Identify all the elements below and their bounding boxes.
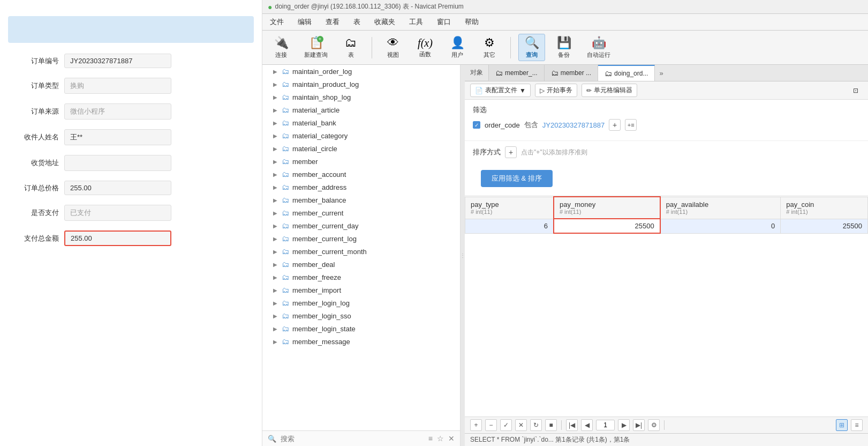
value-order-type[interactable]: 换购 [64, 78, 171, 94]
sort-add-button[interactable]: + [505, 146, 517, 158]
maximize-button[interactable]: ⊡ [849, 85, 863, 96]
menu-file[interactable]: 文件 [268, 16, 286, 28]
form-row-address: 收货地址 [0, 155, 262, 171]
tree-item[interactable]: ▶ 🗂 member_current_month [262, 245, 460, 258]
tree-item[interactable]: ▶ 🗂 member_account [262, 168, 460, 181]
function-button[interactable]: f(x) 函数 [412, 35, 439, 60]
tree-item[interactable]: ▶ 🗂 member_login_state [262, 322, 460, 335]
menu-help[interactable]: 帮助 [463, 16, 481, 28]
tree-item[interactable]: ▶ 🗂 member_current_log [262, 232, 460, 245]
stop-button[interactable]: ■ [545, 419, 557, 431]
table-button[interactable]: 🗂 表 [337, 34, 364, 61]
cell-editor-button[interactable]: ✏ 单元格编辑器 [582, 84, 637, 97]
last-page-button[interactable]: ▶| [633, 419, 645, 431]
col-header-pay-type: pay_type # int(11) [465, 197, 554, 219]
tree-item[interactable]: ▶ 🗂 member_login_log [262, 296, 460, 309]
menu-view[interactable]: 查看 [323, 16, 342, 28]
value-order-source[interactable]: 微信小程序 [64, 103, 171, 120]
filter-checkbox[interactable]: ✓ [473, 121, 480, 129]
tree-item[interactable]: ▶ 🗂 member_deal [262, 258, 460, 271]
grid-view-button[interactable]: ⊞ [836, 419, 848, 431]
tree-item[interactable]: ▶ 🗂 member_current [262, 206, 460, 219]
page-input[interactable] [596, 420, 615, 430]
search-action-icons: ≡ ☆ ✕ [428, 434, 455, 443]
filter-icon[interactable]: ≡ [428, 434, 433, 443]
table-icon: 🗂 [282, 234, 289, 243]
apply-filter-button[interactable]: 应用筛选 & 排序 [481, 170, 553, 187]
next-page-button[interactable]: ▶ [618, 419, 630, 431]
cell-pay-available[interactable]: 0 [660, 219, 781, 233]
form-view-button[interactable]: ≡ [851, 419, 863, 431]
tree-item[interactable]: ▶ 🗂 material_category [262, 129, 460, 142]
other-button[interactable]: ⚙ 其它 [476, 34, 503, 61]
table-icon: 🗂 [282, 144, 289, 153]
table-config-icon: 📄 [475, 87, 483, 94]
menu-edit[interactable]: 编辑 [296, 16, 314, 28]
tree-item[interactable]: ▶ 🗂 material_circle [262, 142, 460, 155]
data-table-container[interactable]: pay_type # int(11) pay_money # int(11) p… [465, 196, 868, 417]
menu-table[interactable]: 表 [351, 16, 363, 28]
tree-item[interactable]: ▶ 🗂 member_balance [262, 194, 460, 206]
tree-item[interactable]: ▶ 🗂 member_current_day [262, 219, 460, 232]
delete-row-button[interactable]: − [485, 419, 497, 431]
search-input[interactable] [281, 435, 424, 443]
tree-item[interactable]: ▶ 🗂 maintain_shop_log [262, 91, 460, 103]
tree-item[interactable]: ▶ 🗂 material_article [262, 103, 460, 116]
backup-button[interactable]: 💾 备份 [550, 34, 577, 61]
panel-divider[interactable]: ⋮ [461, 65, 465, 446]
value-address[interactable] [64, 155, 171, 171]
menu-window[interactable]: 窗口 [435, 16, 453, 28]
cross-button[interactable]: ✕ [515, 419, 527, 431]
value-total-price[interactable]: 255.00 [64, 181, 171, 195]
value-paid[interactable]: 已支付 [64, 205, 171, 221]
connect-button[interactable]: 🔌 连接 [268, 34, 295, 61]
tab-doing-order[interactable]: 🗂 doing_ord... [598, 65, 655, 81]
tab-member-current[interactable]: 🗂 member_... [489, 65, 545, 81]
start-transaction-button[interactable]: ▷ 开始事务 [535, 84, 577, 97]
view-button[interactable]: 👁 视图 [380, 34, 406, 61]
tree-item[interactable]: ▶ 🗂 member_freeze [262, 271, 460, 284]
prev-page-button[interactable]: ◀ [581, 419, 593, 431]
tree-item[interactable]: ▶ 🗂 maintain_order_log [262, 65, 460, 78]
add-row-button[interactable]: + [470, 419, 482, 431]
tree-item[interactable]: ▶ 🗂 maintain_product_log [262, 78, 460, 91]
tree-item[interactable]: ▶ 🗂 member_import [262, 284, 460, 296]
tab-overflow-btn[interactable]: » [655, 65, 667, 81]
auto-run-button[interactable]: 🤖 自动运行 [583, 34, 615, 61]
new-query-button[interactable]: 📋 + 新建查询 [300, 34, 332, 61]
tree-item[interactable]: ▶ 🗂 member_message [262, 335, 460, 348]
title-text: doing_order @jinyi (192.168.100.112_3306… [275, 2, 463, 11]
refresh-button[interactable]: ↻ [530, 419, 542, 431]
col-name-pay-coin: pay_coin [786, 200, 814, 209]
value-pay-amount[interactable]: 255.00 [64, 231, 171, 246]
tick-button[interactable]: ✓ [500, 419, 512, 431]
tree-arrow: ▶ [273, 197, 278, 203]
form-row-order-type: 订单类型 换购 [0, 78, 262, 94]
settings-button[interactable]: ⚙ [648, 419, 660, 431]
filter-add-group-button[interactable]: +≡ [625, 119, 637, 131]
cell-pay-money[interactable]: 25500 [554, 219, 660, 233]
close-icon[interactable]: ✕ [448, 434, 455, 443]
query-button[interactable]: 🔍 查询 [518, 34, 545, 61]
tree-item[interactable]: ▶ 🗂 member_address [262, 181, 460, 194]
menu-favorites[interactable]: 收藏夹 [372, 16, 397, 28]
tree-item[interactable]: ▶ 🗂 material_bank [262, 116, 460, 129]
cell-pay-coin[interactable]: 25500 [781, 219, 868, 233]
table-config-button[interactable]: 📄 表配置文件 ▼ [470, 84, 531, 97]
object-panel-label: 对象 [465, 65, 489, 81]
table-icon: 🗂 [282, 157, 289, 166]
value-order-id[interactable]: JY20230327871887 [64, 54, 171, 68]
value-recipient[interactable]: 王** [64, 129, 171, 145]
table-icon: 🗂 [282, 209, 289, 217]
first-page-button[interactable]: |◀ [566, 419, 578, 431]
star-icon[interactable]: ☆ [437, 434, 444, 443]
tree-item[interactable]: ▶ 🗂 member_login_sso [262, 309, 460, 322]
tree-item[interactable]: ▶ 🗂 member [262, 155, 460, 168]
cell-pay-type[interactable]: 6 [465, 219, 554, 233]
sort-hint: 点击"+"以添加排序准则 [521, 148, 587, 157]
tree-scroll[interactable]: ▶ 🗂 maintain_order_log ▶ 🗂 maintain_prod… [262, 65, 460, 430]
filter-add-button[interactable]: + [609, 119, 621, 131]
menu-tools[interactable]: 工具 [407, 16, 425, 28]
tab-member-current-month[interactable]: 🗂 member ... [545, 65, 598, 81]
user-button[interactable]: 👤 用户 [444, 34, 471, 61]
